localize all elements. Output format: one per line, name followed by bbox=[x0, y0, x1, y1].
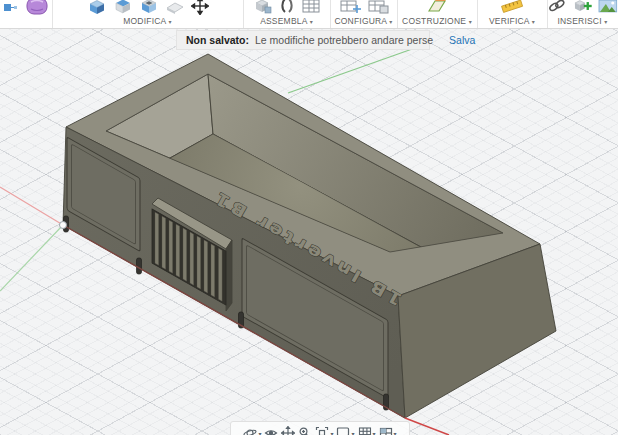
toolbar-group-assembla: ASSEMBLA ▾ bbox=[243, 0, 331, 28]
fusion-window: MODIFICA ▾ bbox=[0, 0, 618, 435]
chevron-down-icon: ▾ bbox=[532, 19, 535, 25]
shell-icon[interactable] bbox=[139, 0, 159, 15]
canvas-image-icon[interactable] bbox=[598, 0, 618, 15]
chevron-down-icon: ▾ bbox=[169, 19, 172, 25]
y-axis-negative bbox=[0, 225, 63, 291]
chevron-down-icon: ▾ bbox=[389, 19, 392, 25]
offset-face-icon[interactable] bbox=[113, 0, 133, 15]
unsaved-warning-bar: Non salvato: Le modifiche potrebbero and… bbox=[176, 30, 430, 50]
warning-message: Le modifiche potrebbero andare perse bbox=[255, 34, 433, 46]
form-icon[interactable] bbox=[25, 0, 49, 15]
configure-table-icon[interactable] bbox=[339, 0, 361, 15]
origin-point bbox=[60, 222, 67, 229]
y-axis-positive bbox=[288, 48, 415, 93]
menu-modifica[interactable]: MODIFICA ▾ bbox=[52, 16, 243, 26]
toolbar-group-modifica: MODIFICA ▾ bbox=[52, 0, 244, 28]
grid-and-snaps-icon[interactable]: ▾ bbox=[358, 426, 376, 435]
bottom-nav-bar: ▾ bbox=[230, 421, 410, 435]
new-component-icon[interactable] bbox=[253, 0, 273, 15]
insert-link-icon[interactable] bbox=[547, 0, 567, 15]
top-toolbar: MODIFICA ▾ bbox=[0, 0, 618, 29]
menu-assembla[interactable]: ASSEMBLA ▾ bbox=[243, 16, 330, 26]
move-copy-icon[interactable] bbox=[191, 0, 209, 15]
menu-verifica[interactable]: VERIFICA ▾ bbox=[477, 16, 547, 26]
scene-svg: 1B Inverter B1 bbox=[0, 0, 618, 435]
hinge-pin bbox=[137, 258, 142, 274]
measure-icon[interactable] bbox=[499, 0, 525, 15]
orbit-icon[interactable]: ▾ bbox=[243, 426, 261, 435]
primitive-box-icon[interactable] bbox=[3, 0, 19, 14]
menu-configura[interactable]: CONFIGURA ▾ bbox=[330, 16, 397, 26]
display-settings-icon[interactable]: ▾ bbox=[336, 426, 354, 435]
pan-icon[interactable] bbox=[281, 426, 295, 435]
x-axis-negative bbox=[0, 187, 63, 225]
toolbar-group-costruzione: COSTRUZIONE ▾ bbox=[397, 0, 478, 28]
vent-side-face bbox=[226, 240, 232, 311]
viewport-canvas[interactable]: 1B Inverter B1 ▾ bbox=[0, 28, 618, 435]
menu-costruzione[interactable]: COSTRUZIONE ▾ bbox=[397, 16, 477, 26]
look-at-icon[interactable] bbox=[264, 426, 278, 435]
insert-mesh-icon[interactable] bbox=[573, 0, 593, 15]
chevron-down-icon: ▾ bbox=[469, 19, 472, 25]
toolbar-group-create-tail bbox=[0, 0, 53, 28]
press-pull-icon[interactable] bbox=[87, 0, 107, 15]
table-icon[interactable] bbox=[301, 0, 321, 15]
joint-icon[interactable] bbox=[279, 0, 295, 15]
warning-title: Non salvato: bbox=[186, 34, 249, 46]
save-link[interactable]: Salva bbox=[449, 34, 475, 46]
toolbar-group-inserisci: INSERISCI ▾ bbox=[547, 0, 618, 28]
viewports-icon[interactable]: ▾ bbox=[379, 426, 397, 435]
chevron-down-icon: ▾ bbox=[310, 19, 313, 25]
toolbar-group-configura: CONFIGURA ▾ bbox=[330, 0, 398, 28]
menu-inserisci[interactable]: INSERISCI ▾ bbox=[547, 16, 618, 26]
construction-plane-icon[interactable] bbox=[425, 0, 449, 15]
zoom-icon[interactable] bbox=[298, 426, 312, 435]
toolbar-group-verifica: VERIFICA ▾ bbox=[477, 0, 548, 28]
chevron-down-icon: ▾ bbox=[604, 19, 607, 25]
chamfer-icon[interactable] bbox=[165, 0, 185, 15]
configure-insert-icon[interactable] bbox=[367, 0, 389, 15]
fit-icon[interactable]: ▾ bbox=[315, 426, 333, 435]
